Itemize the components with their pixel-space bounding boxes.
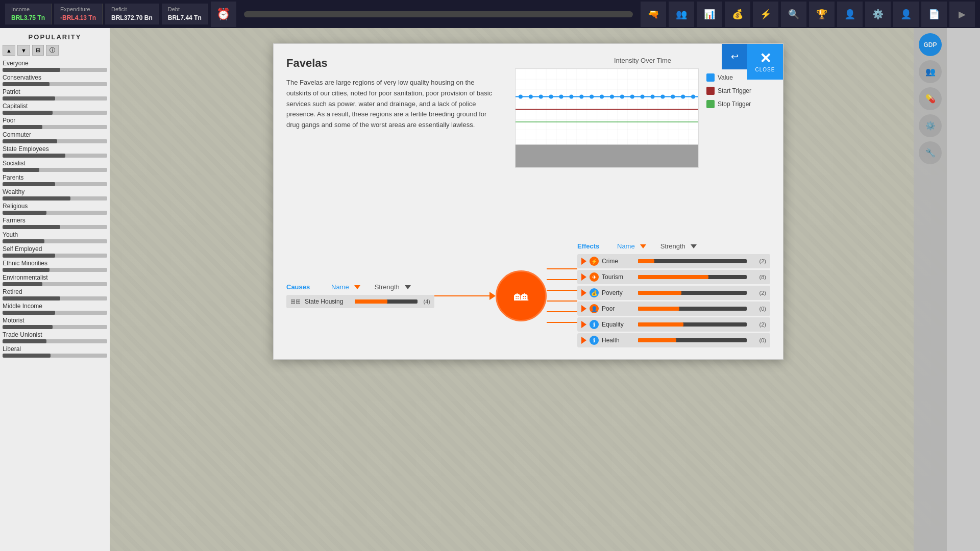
sidebar-item-environmentalist: Environmentalist xyxy=(3,274,107,286)
sidebar-item-label: Self Employed xyxy=(3,245,107,253)
sidebar-item-commuter: Commuter xyxy=(3,131,107,143)
clock-icon[interactable]: ⏰ xyxy=(211,2,236,27)
causes-effects-section: Causes Name Strength ⊞⊞ State Housing (4… xyxy=(286,242,770,349)
sidebar-item-label: Trade Unionist xyxy=(3,331,107,338)
effect-arrow-poverty xyxy=(581,289,586,296)
effect-arrow-equality xyxy=(581,321,586,328)
effect-item-tourism[interactable]: ✈ Tourism (8) xyxy=(577,270,770,284)
effects-sort-icon[interactable] xyxy=(640,244,646,248)
sidebar-item-farmers: Farmers xyxy=(3,217,107,229)
sidebar-item-label: Farmers xyxy=(3,217,107,224)
effect-item-equality[interactable]: ℹ Equality (2) xyxy=(577,317,770,332)
effect-label-poverty: Poverty xyxy=(602,289,635,296)
svg-point-8 xyxy=(579,94,583,98)
expenditure-stat: Expenditure -BRL4.13 Tn xyxy=(54,4,103,24)
effects-name-label: Name xyxy=(617,242,635,250)
svg-point-5 xyxy=(549,94,553,98)
svg-point-2 xyxy=(519,94,523,98)
sidebar-item-conservatives: Conservatives xyxy=(3,74,107,86)
effect-value-health: (0) xyxy=(752,337,766,343)
deficit-value: BRL372.70 Bn xyxy=(111,14,153,22)
sidebar-info-btn[interactable]: ⓘ xyxy=(46,45,59,56)
debt-label: Debt xyxy=(168,6,202,13)
svg-point-10 xyxy=(600,94,604,98)
effect-circle-tourism: ✈ xyxy=(590,272,599,282)
chart-title: Intensity Over Time xyxy=(515,57,770,64)
svg-point-16 xyxy=(660,94,665,98)
effect-item-crime[interactable]: ⚡ Crime (2) xyxy=(577,254,770,268)
effect-item-poverty[interactable]: 💰 Poverty (2) xyxy=(577,286,770,300)
sidebar-item-patriot: Patriot xyxy=(3,88,107,101)
profile-button[interactable]: 👤 xyxy=(893,2,919,27)
settings-button[interactable]: ⚙️ xyxy=(865,2,891,27)
connector-health xyxy=(547,322,577,323)
sidebar-down-btn[interactable]: ▼ xyxy=(17,45,30,56)
svg-point-17 xyxy=(671,94,675,98)
effect-bar-tourism xyxy=(638,275,747,279)
stats-button[interactable]: 📊 xyxy=(697,2,722,27)
legend-value-color xyxy=(706,73,715,82)
sidebar-bar-bg xyxy=(3,225,107,229)
favelas-node-icon: 🏘 xyxy=(514,287,528,304)
effects-strength-label: Strength xyxy=(660,242,685,250)
income-value: BRL3.75 Tn xyxy=(11,14,45,22)
effect-fill-equality xyxy=(638,322,683,327)
sidebar-bar-fill xyxy=(3,296,60,300)
cause-item-state-housing[interactable]: ⊞⊞ State Housing (4) xyxy=(286,295,434,308)
right-connectors xyxy=(547,264,577,327)
effects-strength-sort-icon[interactable] xyxy=(691,244,697,248)
sidebar-bar-bg xyxy=(3,282,107,286)
events-button[interactable]: ⚡ xyxy=(753,2,778,27)
sidebar-bar-bg xyxy=(3,96,107,101)
legend-value: Value xyxy=(706,73,751,82)
search-button[interactable]: 🔍 xyxy=(781,2,806,27)
sidebar-item-religious: Religious xyxy=(3,203,107,215)
legend-stop-trigger: Stop Trigger xyxy=(706,100,751,108)
modal-overlay: ✕ CLOSE ↩ Favelas The Favelas are large … xyxy=(110,28,947,551)
sidebar-bar-bg xyxy=(3,354,107,358)
svg-point-19 xyxy=(691,94,695,98)
svg-point-9 xyxy=(590,94,594,98)
sidebar-item-poor: Poor xyxy=(3,117,107,129)
connector-poverty xyxy=(547,290,577,291)
sidebar-bar-bg xyxy=(3,68,107,72)
legend-stop-label: Stop Trigger xyxy=(718,101,751,108)
modal-description: The Favelas are large regions of very lo… xyxy=(286,78,501,131)
sidebar-item-label: Retired xyxy=(3,288,107,295)
sidebar-item-parents: Parents xyxy=(3,174,107,186)
sidebar-bar-bg xyxy=(3,154,107,158)
effect-item-poor[interactable]: 👤 Poor (0) xyxy=(577,302,770,316)
sidebar-bar-fill xyxy=(3,96,55,101)
economy-button[interactable]: 💰 xyxy=(725,2,750,27)
military-button[interactable]: 🔫 xyxy=(641,2,666,27)
sidebar-up-btn[interactable]: ▲ xyxy=(3,45,15,56)
favelas-node[interactable]: 🏘 xyxy=(496,270,547,321)
effects-header: Effects Name Strength xyxy=(577,242,770,250)
causes-sort-icon[interactable] xyxy=(354,285,360,289)
sidebar-bar-fill xyxy=(3,211,46,215)
sidebar-item-capitalist: Capitalist xyxy=(3,103,107,115)
svg-point-12 xyxy=(620,94,624,98)
play-button[interactable]: ▶ xyxy=(949,2,975,27)
sidebar-item-everyone: Everyone xyxy=(3,60,107,72)
svg-point-15 xyxy=(651,94,655,98)
achievements-button[interactable]: 🏆 xyxy=(809,2,835,27)
sidebar-item-label: Poor xyxy=(3,117,107,124)
causes-strength-label: Strength xyxy=(375,283,400,291)
connector-poor xyxy=(547,300,577,302)
report-button[interactable]: 📄 xyxy=(921,2,947,27)
sidebar-grid-btn[interactable]: ⊞ xyxy=(32,45,44,56)
sidebar-bar-bg xyxy=(3,268,107,272)
cabinet-button[interactable]: 👤 xyxy=(837,2,863,27)
deficit-stat: Deficit BRL372.70 Bn xyxy=(105,4,159,24)
social-button[interactable]: 👥 xyxy=(669,2,694,27)
effect-arrow-health xyxy=(581,337,586,344)
causes-strength-sort-icon[interactable] xyxy=(405,285,411,289)
effect-bar-poverty xyxy=(638,291,747,295)
effect-item-health[interactable]: ℹ Health (0) xyxy=(577,333,770,347)
effect-circle-poverty: 💰 xyxy=(590,288,599,297)
effect-bar-poor xyxy=(638,307,747,311)
expenditure-value: -BRL4.13 Tn xyxy=(60,14,96,22)
sidebar-bar-fill xyxy=(3,182,55,186)
effect-value-poverty: (2) xyxy=(752,290,766,296)
